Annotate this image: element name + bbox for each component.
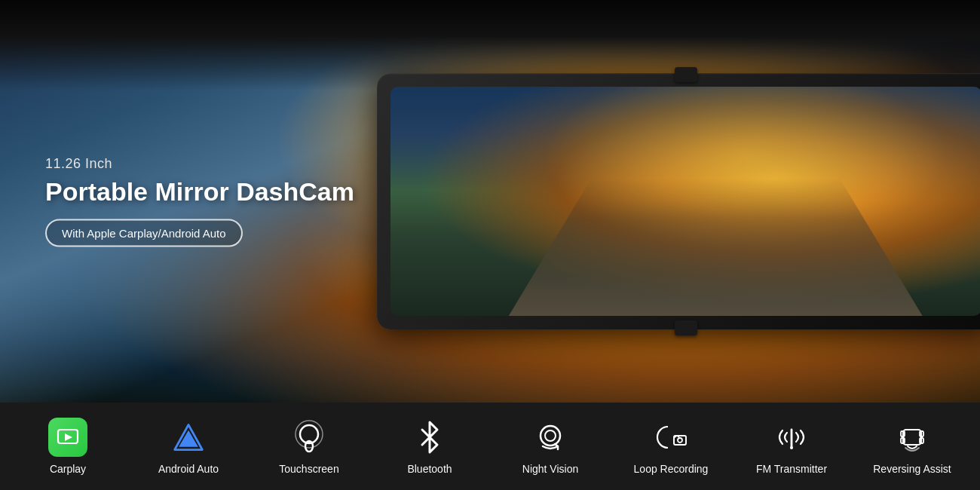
feature-night-vision: Night Vision <box>501 418 599 475</box>
android-auto-label: Android Auto <box>158 463 219 475</box>
feature-carplay: Carplay <box>19 418 117 475</box>
svg-rect-14 <box>903 430 921 445</box>
night-vision-label: Night Vision <box>522 463 578 475</box>
touchscreen-icon <box>289 418 329 457</box>
carplay-label: Carplay <box>50 463 86 475</box>
bluetooth-label: Bluetooth <box>407 463 452 475</box>
android-auto-icon <box>169 418 208 457</box>
hero-subtitle: 11.26 Inch <box>45 156 354 172</box>
feature-bluetooth: Bluetooth <box>381 418 479 475</box>
touchscreen-label: Touchscreen <box>279 463 338 475</box>
loop-recording-label: Loop Recording <box>634 463 709 475</box>
hero-section: 11.26 Inch Portable Mirror DashCam With … <box>0 0 980 403</box>
svg-point-11 <box>678 438 682 443</box>
bluetooth-icon <box>410 418 449 457</box>
loop-recording-icon <box>651 418 691 457</box>
fm-transmitter-label: FM Transmitter <box>756 463 827 475</box>
svg-point-9 <box>545 430 556 441</box>
mirror-device <box>377 73 980 329</box>
hero-text-block: 11.26 Inch Portable Mirror DashCam With … <box>45 156 354 247</box>
mirror-frame <box>377 73 980 329</box>
svg-point-8 <box>541 426 560 446</box>
mirror-outer <box>377 73 980 329</box>
mirror-clip-top <box>675 67 697 82</box>
hero-main-title: Portable Mirror DashCam <box>45 176 354 207</box>
svg-marker-1 <box>65 433 72 441</box>
night-vision-icon <box>531 418 570 457</box>
mirror-clip-bottom <box>675 320 697 335</box>
reversing-assist-label: Reversing Assist <box>873 463 951 475</box>
feature-reversing-assist: Reversing Assist <box>863 418 961 475</box>
mirror-screen <box>390 87 980 316</box>
feature-touchscreen: Touchscreen <box>260 418 358 475</box>
hero-badge: With Apple Carplay/Android Auto <box>45 219 243 247</box>
main-container: 11.26 Inch Portable Mirror DashCam With … <box>0 0 980 490</box>
reversing-assist-icon <box>893 418 932 457</box>
feature-android-auto: Android Auto <box>139 418 237 475</box>
feature-bar: Carplay Android Auto <box>0 403 980 490</box>
fm-transmitter-icon <box>772 418 811 457</box>
mirror-road <box>509 179 923 316</box>
feature-loop-recording: Loop Recording <box>622 418 720 475</box>
feature-fm-transmitter: FM Transmitter <box>743 418 841 475</box>
carplay-icon <box>48 418 87 457</box>
svg-point-13 <box>790 446 793 449</box>
